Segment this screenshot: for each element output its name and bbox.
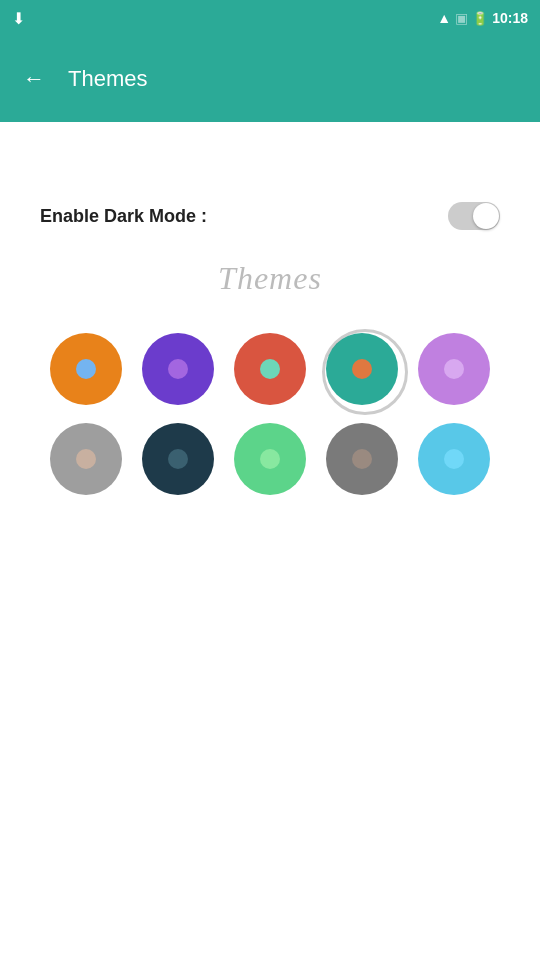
color-circle-gray-warm[interactable] <box>50 423 122 495</box>
inner-dot-sky-blue <box>444 449 464 469</box>
wifi-icon: ▲ <box>437 10 451 26</box>
inner-dot-gray-dark <box>352 449 372 469</box>
color-circle-orange[interactable] <box>50 333 122 405</box>
color-circle-navy[interactable] <box>142 423 214 495</box>
inner-dot-purple <box>168 359 188 379</box>
status-icons: ▲ ▣ 🔋 10:18 <box>437 10 528 26</box>
toggle-thumb <box>473 203 499 229</box>
toolbar: ← Themes <box>0 36 540 122</box>
status-time: 10:18 <box>492 10 528 26</box>
inner-dot-orange <box>76 359 96 379</box>
inner-dot-mint <box>260 449 280 469</box>
color-circle-red[interactable] <box>234 333 306 405</box>
inner-dot-navy <box>168 449 188 469</box>
color-circle-gray-dark[interactable] <box>326 423 398 495</box>
color-circle-mint[interactable] <box>234 423 306 495</box>
color-grid <box>24 333 516 495</box>
status-bar-left: ⬇ <box>12 9 431 28</box>
toolbar-title: Themes <box>68 66 147 92</box>
main-content: Enable Dark Mode : Themes <box>0 122 540 960</box>
inner-dot-lavender <box>444 359 464 379</box>
signal-icon: ▣ <box>455 10 468 26</box>
color-circle-lavender[interactable] <box>418 333 490 405</box>
status-bar: ⬇ ▲ ▣ 🔋 10:18 <box>0 0 540 36</box>
themes-section-heading: Themes <box>24 260 516 297</box>
download-icon: ⬇ <box>12 9 25 28</box>
color-circle-sky-blue[interactable] <box>418 423 490 495</box>
dark-mode-toggle[interactable] <box>448 202 500 230</box>
color-circle-teal[interactable] <box>326 333 398 405</box>
inner-dot-gray-warm <box>76 449 96 469</box>
back-button[interactable]: ← <box>16 61 52 97</box>
dark-mode-label: Enable Dark Mode : <box>40 206 448 227</box>
color-circle-purple[interactable] <box>142 333 214 405</box>
inner-dot-red <box>260 359 280 379</box>
dark-mode-row: Enable Dark Mode : <box>24 202 516 230</box>
circles-row-0 <box>40 333 500 405</box>
inner-dot-teal <box>352 359 372 379</box>
circles-row-1 <box>40 423 500 495</box>
battery-icon: 🔋 <box>472 11 488 26</box>
